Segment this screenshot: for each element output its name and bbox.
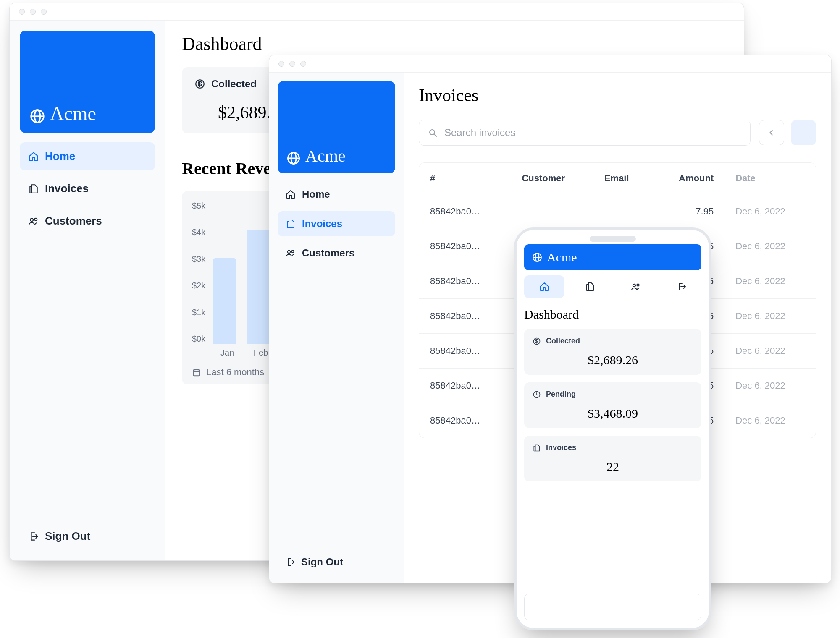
dollar-icon	[194, 78, 205, 89]
globe-icon	[29, 108, 46, 125]
col-customer: Customer	[511, 163, 593, 194]
sidebar-item-customers[interactable]: Customers	[20, 207, 155, 235]
stat-card-pending: Pending $3,468.09	[524, 382, 701, 428]
page-title: Dashboard	[182, 33, 727, 55]
cell-date: Dec 6, 2022	[724, 369, 816, 403]
pagination-page-current[interactable]	[791, 120, 816, 145]
brand-name: Acme	[50, 102, 96, 125]
page-title: Dashboard	[524, 307, 701, 322]
tab-customers[interactable]	[616, 275, 656, 298]
document-icon	[285, 218, 296, 229]
sign-out-icon	[285, 557, 295, 567]
window-control-min[interactable]	[30, 9, 36, 15]
cell-id: 85842ba0…	[419, 299, 511, 334]
sign-out-button[interactable]: Sign Out	[278, 549, 395, 575]
stat-card-collected: Collected $2,689.26	[524, 329, 701, 375]
document-icon	[533, 444, 541, 452]
window-titlebar	[269, 55, 831, 73]
stat-card-value: $3,468.09	[533, 406, 693, 421]
window-control-close[interactable]	[19, 9, 25, 15]
stat-card-value: $2,689.26	[533, 353, 693, 367]
brand-logo: Acme	[278, 81, 395, 173]
window-control-close[interactable]	[278, 61, 284, 67]
document-icon	[28, 183, 39, 194]
col-email: Email	[593, 163, 653, 194]
sign-out-label: Sign Out	[45, 530, 90, 543]
cell-id: 85842ba0…	[419, 369, 511, 403]
home-icon	[28, 151, 39, 162]
chart-bar	[247, 230, 270, 344]
calendar-icon	[192, 368, 201, 377]
cell-amount: 7.95	[653, 194, 725, 229]
chart-y-axis: $5k$4k$3k$2k$1k$0k	[192, 201, 205, 344]
sign-out-label: Sign Out	[301, 556, 343, 568]
stat-card-label: Pending	[546, 390, 576, 399]
stat-card-value: 22	[533, 460, 693, 474]
sidebar-item-label: Home	[302, 188, 330, 200]
table-header-row: # Customer Email Amount Date	[419, 163, 816, 194]
mobile-tabs	[524, 275, 701, 298]
cell-date: Dec 6, 2022	[724, 229, 816, 264]
brand-name: Acme	[305, 146, 346, 166]
stat-card-label: Invoices	[546, 443, 576, 452]
tab-signout[interactable]	[662, 275, 701, 298]
clock-icon	[533, 390, 541, 399]
window-control-max[interactable]	[300, 61, 306, 67]
cell-id: 85842ba0…	[419, 334, 511, 369]
cell-id: 85842ba0…	[419, 264, 511, 299]
cell-date: Dec 6, 2022	[724, 194, 816, 229]
pagination	[759, 120, 816, 145]
device-notch	[590, 236, 636, 242]
brand-name: Acme	[547, 250, 577, 264]
col-id: #	[419, 163, 511, 194]
cell-date: Dec 6, 2022	[724, 264, 816, 299]
search-icon	[428, 128, 438, 138]
cell-date: Dec 6, 2022	[724, 299, 816, 334]
chart-footer-label: Last 6 months	[206, 367, 264, 378]
sidebar-item-home[interactable]: Home	[20, 142, 155, 170]
sidebar-item-label: Customers	[302, 247, 354, 259]
sidebar-item-invoices[interactable]: Invoices	[278, 211, 395, 236]
sidebar-item-label: Invoices	[302, 218, 342, 230]
sidebar-item-label: Home	[45, 150, 75, 163]
window-control-max[interactable]	[41, 9, 47, 15]
users-icon	[631, 282, 641, 292]
users-icon	[28, 216, 39, 227]
brand-logo: Acme	[524, 244, 701, 270]
search-placeholder: Search invoices	[444, 127, 515, 139]
pagination-prev-button[interactable]	[759, 120, 784, 145]
tab-home[interactable]	[524, 275, 564, 298]
dollar-icon	[533, 337, 541, 345]
stat-card-label: Collected	[546, 337, 580, 345]
cell-date: Dec 6, 2022	[724, 334, 816, 369]
chart-bar	[213, 258, 236, 344]
sidebar-item-home[interactable]: Home	[278, 182, 395, 207]
cell-id: 85842ba0…	[419, 229, 511, 264]
table-row[interactable]: 85842ba0…7.95Dec 6, 2022	[419, 194, 816, 229]
sidebar: Acme Home Invoices Customers Si	[10, 21, 165, 560]
globe-icon	[286, 151, 301, 166]
globe-icon	[532, 252, 543, 263]
home-icon	[539, 282, 549, 292]
mobile-bottom-bar[interactable]	[524, 594, 701, 620]
brand-logo: Acme	[20, 31, 155, 133]
cell-email	[593, 194, 653, 229]
sidebar-item-customers[interactable]: Customers	[278, 241, 395, 266]
chart-bars	[213, 201, 270, 344]
mobile-device: Acme Dashboard Collected $2,689.26 Pendi…	[514, 227, 711, 630]
sign-out-icon	[28, 531, 39, 542]
search-input[interactable]: Search invoices	[419, 120, 751, 146]
sign-out-icon	[677, 282, 687, 292]
home-icon	[285, 189, 296, 200]
sidebar-item-invoices[interactable]: Invoices	[20, 175, 155, 203]
col-amount: Amount	[653, 163, 725, 194]
window-titlebar	[10, 3, 744, 21]
tab-invoices[interactable]	[570, 275, 610, 298]
chart-footer: Last 6 months	[192, 367, 281, 378]
cell-date: Dec 6, 2022	[724, 403, 816, 438]
window-control-min[interactable]	[289, 61, 295, 67]
page-title: Invoices	[419, 85, 816, 105]
sign-out-button[interactable]: Sign Out	[20, 522, 155, 550]
sidebar-item-label: Customers	[45, 214, 102, 227]
document-icon	[585, 282, 595, 292]
